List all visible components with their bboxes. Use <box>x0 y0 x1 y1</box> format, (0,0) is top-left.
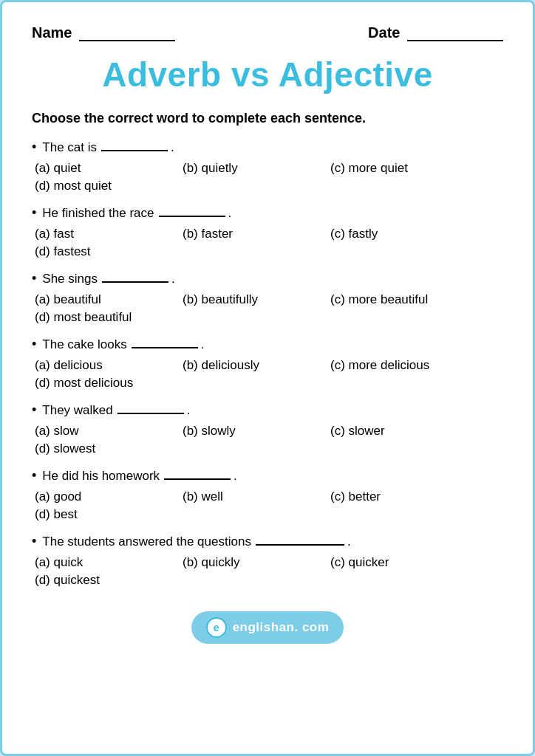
option-2c: (c) fastly <box>330 225 478 243</box>
options-3: (a) beautiful (b) beautifully (c) more b… <box>32 291 503 326</box>
option-1a: (a) quiet <box>35 159 183 177</box>
name-label: Name <box>32 24 72 41</box>
options-6: (a) good (b) well (c) better (d) best <box>32 488 503 523</box>
question-4: • The cake looks . (a) delicious (b) del… <box>32 337 503 392</box>
blank-6 <box>164 478 231 480</box>
bullet-3: • <box>32 271 36 286</box>
sentence-text-5: They walked <box>42 403 112 418</box>
sentence-2: • He finished the race . <box>32 205 503 221</box>
option-7b: (b) quickly <box>183 554 330 571</box>
blank-3 <box>102 281 168 283</box>
question-6: • He did his homework . (a) good (b) wel… <box>32 468 503 523</box>
option-7a: (a) quick <box>35 554 183 571</box>
blank-2 <box>159 216 225 217</box>
date-field: Date <box>368 24 503 41</box>
header-row: Name Date <box>32 24 503 41</box>
sentence-6: • He did his homework . <box>32 468 503 484</box>
sentence-5: • They walked . <box>32 402 503 418</box>
date-line <box>407 40 503 41</box>
bullet-4: • <box>32 337 36 352</box>
questions-container: • The cat is . (a) quiet (b) quietly (c)… <box>32 140 503 589</box>
option-2b: (b) faster <box>183 225 330 243</box>
options-5: (a) slow (b) slowly (c) slower (d) slowe… <box>32 422 503 458</box>
option-5c: (c) slower <box>330 422 478 440</box>
option-3d: (d) most beautiful <box>35 309 183 326</box>
instructions: Choose the correct word to complete each… <box>32 111 503 126</box>
option-2d: (d) fastest <box>35 243 183 261</box>
question-1: • The cat is . (a) quiet (b) quietly (c)… <box>32 140 503 195</box>
blank-5 <box>117 413 184 414</box>
footer-badge: e englishan. com <box>191 611 344 644</box>
bullet-1: • <box>32 140 36 155</box>
footer: e englishan. com <box>32 604 503 644</box>
sentence-text-6: He did his homework <box>42 469 160 484</box>
option-6c: (c) better <box>330 488 478 506</box>
option-6d: (d) best <box>35 506 183 523</box>
options-1: (a) quiet (b) quietly (c) more quiet (d)… <box>32 159 503 195</box>
name-field: Name <box>32 24 175 41</box>
sentence-7: • The students answered the questions . <box>32 534 503 549</box>
page-container: Name Date Adverb vs Adjective Choose the… <box>0 0 535 756</box>
sentence-1: • The cat is . <box>32 140 503 155</box>
blank-7 <box>256 544 344 546</box>
logo-text: e <box>214 622 219 633</box>
bullet-6: • <box>32 468 36 484</box>
options-7: (a) quick (b) quickly (c) quicker (d) qu… <box>32 554 503 589</box>
sentence-text-7: The students answered the questions <box>42 535 251 549</box>
question-2: • He finished the race . (a) fast (b) fa… <box>32 205 503 261</box>
option-6a: (a) good <box>35 488 183 506</box>
englishan-logo: e <box>206 617 227 638</box>
sentence-text-3: She sings <box>42 272 98 286</box>
question-7: • The students answered the questions . … <box>32 534 503 589</box>
option-5b: (b) slowly <box>183 422 330 440</box>
option-6b: (b) well <box>183 488 330 506</box>
option-2a: (a) fast <box>35 225 183 243</box>
blank-1 <box>101 150 168 151</box>
option-3c: (c) more beautiful <box>330 291 478 309</box>
option-4b: (b) deliciously <box>183 357 330 374</box>
option-7c: (c) quicker <box>330 554 478 571</box>
option-3b: (b) beautifully <box>183 291 330 309</box>
question-5: • They walked . (a) slow (b) slowly (c) … <box>32 402 503 458</box>
option-1b: (b) quietly <box>183 159 330 177</box>
option-5a: (a) slow <box>35 422 183 440</box>
bullet-2: • <box>32 205 36 221</box>
sentence-text-4: The cake looks <box>42 337 126 352</box>
option-3a: (a) beautiful <box>35 291 183 309</box>
sentence-text-1: The cat is <box>42 140 97 155</box>
option-1d: (d) most quiet <box>35 177 183 195</box>
site-name: englishan. com <box>233 620 330 635</box>
option-4c: (c) more delicious <box>330 357 478 374</box>
sentence-4: • The cake looks . <box>32 337 503 352</box>
question-3: • She sings . (a) beautiful (b) beautifu… <box>32 271 503 326</box>
options-4: (a) delicious (b) deliciously (c) more d… <box>32 357 503 392</box>
name-line <box>79 40 175 41</box>
option-4d: (d) most delicious <box>35 374 183 392</box>
page-title: Adverb vs Adjective <box>32 55 503 94</box>
options-2: (a) fast (b) faster (c) fastly (d) faste… <box>32 225 503 261</box>
option-7d: (d) quickest <box>35 571 183 589</box>
option-1c: (c) more quiet <box>330 159 478 177</box>
bullet-5: • <box>32 402 36 418</box>
option-5d: (d) slowest <box>35 440 183 458</box>
blank-4 <box>132 347 198 348</box>
sentence-text-2: He finished the race <box>42 206 154 221</box>
date-label: Date <box>368 24 400 41</box>
option-4a: (a) delicious <box>35 357 183 374</box>
bullet-7: • <box>32 534 36 549</box>
sentence-3: • She sings . <box>32 271 503 286</box>
